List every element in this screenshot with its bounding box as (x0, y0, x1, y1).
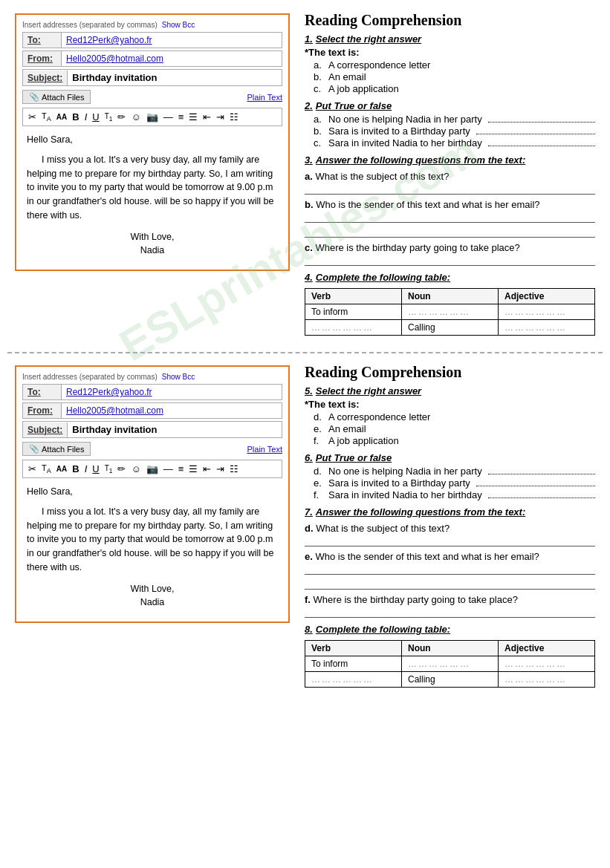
q8-number: 8. (305, 624, 313, 637)
email-toolbar-bottom: ✂ TA AA B I U T1 ✏ ☺ 📷 — ≡ ☰ ⇤ ⇥ ☷ (22, 460, 282, 478)
q5-option-f: f.A job application (314, 435, 595, 446)
email-panel-top: Insert addresses (separated by commas) S… (7, 7, 297, 346)
email-box-top: Insert addresses (separated by commas) S… (15, 13, 290, 271)
q3-part-c: c. Where is the birthday party going to … (305, 242, 595, 266)
q7-part-f-line (305, 607, 595, 618)
q4-col-adj: Adjective (499, 289, 595, 304)
rc-q6: 6. Put True or false d.No one is helping… (305, 452, 595, 500)
rc-q3: 3. Answer the following questions from t… (305, 154, 595, 266)
q7-number: 7. (305, 506, 313, 520)
email-attach-row-bottom: 📎 Attach Files Plain Text (22, 442, 282, 456)
q2-option-c: c.Sara in invited Nadia to her birthday (314, 137, 595, 149)
attach-btn-bottom[interactable]: 📎 Attach Files (22, 442, 91, 456)
toolbar-align1-icon[interactable]: ≡ (177, 111, 186, 123)
plain-text-link-bottom[interactable]: Plain Text (247, 445, 283, 454)
from-value-top: Hello2005@hotmail.com (62, 51, 168, 66)
subject-value-bottom: Birthday invitation (68, 422, 161, 437)
toolbar-indent2-icon[interactable]: ⇥ (215, 111, 226, 123)
email-from-row-bottom: From: Hello2005@hotmail.com (22, 402, 282, 419)
toolbar-font2-icon[interactable]: AA (55, 112, 68, 122)
plain-text-link-top[interactable]: Plain Text (247, 93, 283, 102)
toolbar-font-icon-b[interactable]: TA (40, 463, 53, 475)
email-signature-top: Nadia (27, 244, 278, 258)
q7-part-d-text: What is the subject of this text? (316, 523, 450, 534)
rc-q1: 1. Select the right answer *The text is:… (305, 33, 595, 94)
q8-r1-noun: ……………… (402, 656, 499, 672)
top-section: Insert addresses (separated by commas) S… (7, 7, 603, 353)
q5-option-d: d.A correspondence letter (314, 411, 595, 422)
toolbar-underline-icon[interactable]: U (91, 111, 100, 123)
toolbar-scissors-icon-b[interactable]: ✂ (27, 463, 38, 475)
toolbar-indent2-icon-b[interactable]: ⇥ (215, 463, 226, 475)
attach-btn-top[interactable]: 📎 Attach Files (22, 90, 91, 104)
email-closing-bottom: With Love, Nadia (27, 582, 278, 610)
toolbar-indent1-icon-b[interactable]: ⇤ (201, 463, 212, 475)
q1-option-b: b.An email (314, 71, 595, 82)
q4-header: Complete the following table: (316, 272, 450, 283)
q5-number: 5. (305, 385, 313, 399)
q4-r1-noun: ……………… (402, 304, 499, 320)
toolbar-edit-icon-b[interactable]: ✏ (116, 463, 127, 475)
q1-header: Select the right answer (316, 33, 421, 45)
q2-options: a.No one is helping Nadia in her party b… (305, 114, 595, 149)
toolbar-scissors-icon[interactable]: ✂ (27, 111, 38, 123)
q8-r2-verb: ……………… (305, 672, 402, 688)
to-label-top: To: (23, 33, 62, 48)
toolbar-camera-icon-b[interactable]: 📷 (145, 463, 160, 475)
rc-q4: 4. Complete the following table: Verb No… (305, 272, 595, 336)
email-toolbar-top: ✂ TA AA B I U T1 ✏ ☺ 📷 — ≡ ☰ ⇤ ⇥ ☷ (22, 108, 282, 126)
email-closing-top: With Love, Nadia (27, 230, 278, 258)
toolbar-font-icon[interactable]: TA (40, 111, 53, 123)
email-greeting-top: Hello Sara, (27, 133, 278, 147)
q7-part-e-line (305, 564, 595, 575)
q4-col-verb: Verb (305, 289, 402, 304)
q4-r1-verb: To inform (305, 304, 402, 320)
bottom-section: Insert addresses (separated by commas) S… (7, 359, 603, 704)
toolbar-list-icon[interactable]: ☷ (228, 111, 240, 123)
show-bcc-link[interactable]: Show Bcc (162, 21, 195, 29)
q7-part-d-line (305, 536, 595, 546)
q1-option-c: c.A job application (314, 83, 595, 94)
q7-part-e: e. Who is the sender of this text and wh… (305, 551, 595, 590)
toolbar-font3-icon-b[interactable]: T1 (103, 463, 114, 475)
toolbar-align1-icon-b[interactable]: ≡ (177, 463, 186, 475)
attach-label-top: Attach Files (42, 93, 84, 102)
from-value-bottom: Hello2005@hotmail.com (62, 403, 168, 418)
toolbar-align2-icon[interactable]: ☰ (187, 111, 199, 123)
email-insert-hint-bottom: Insert addresses (separated by commas) S… (22, 373, 282, 381)
subject-label-bottom: Subject: (23, 422, 68, 437)
email-subject-row-bottom: Subject: Birthday invitation (22, 421, 282, 438)
subject-value-top: Birthday invitation (68, 70, 161, 85)
q1-option-a: a.A correspondence letter (314, 59, 595, 71)
toolbar-font2-icon-b[interactable]: AA (55, 464, 68, 474)
q8-table: Verb Noun Adjective To inform ……………… ………… (305, 640, 595, 688)
rc-q5: 5. Select the right answer *The text is:… (305, 385, 595, 446)
q6-options: d.No one is helping Nadia in her party e… (305, 466, 595, 500)
toolbar-camera-icon[interactable]: 📷 (145, 111, 160, 123)
toolbar-italic-icon-b[interactable]: I (83, 463, 89, 475)
email-closing-text-top: With Love, (27, 230, 278, 244)
toolbar-font3-icon[interactable]: T1 (103, 111, 114, 123)
toolbar-list-icon-b[interactable]: ☷ (228, 463, 240, 475)
toolbar-edit-icon[interactable]: ✏ (116, 111, 127, 123)
toolbar-bold-icon-b[interactable]: B (71, 463, 80, 475)
q7-part-f-text: Where is the birthday party going to tak… (314, 594, 518, 605)
q7-part-e-line2 (305, 579, 595, 590)
toolbar-smiley-icon-b[interactable]: ☺ (129, 463, 142, 475)
q8-r1-verb: To inform (305, 656, 402, 672)
email-closing-text-bottom: With Love, (27, 582, 278, 596)
toolbar-bold-icon[interactable]: B (71, 111, 80, 123)
toolbar-italic-icon[interactable]: I (83, 111, 89, 123)
toolbar-align2-icon-b[interactable]: ☰ (187, 463, 199, 475)
to-label-bottom: To: (23, 385, 62, 399)
email-body-bottom: Hello Sara, I miss you a lot. It's a ver… (22, 482, 282, 616)
subject-label-top: Subject: (23, 71, 68, 85)
toolbar-smiley-icon[interactable]: ☺ (129, 111, 142, 123)
rc-q8: 8. Complete the following table: Verb No… (305, 624, 595, 688)
show-bcc-link-bottom[interactable]: Show Bcc (162, 373, 195, 381)
toolbar-underline-icon-b[interactable]: U (91, 463, 100, 475)
q3-part-c-line (305, 255, 595, 266)
email-greeting-bottom: Hello Sara, (27, 485, 278, 499)
toolbar-indent1-icon[interactable]: ⇤ (201, 111, 212, 123)
q6-number: 6. (305, 452, 313, 466)
